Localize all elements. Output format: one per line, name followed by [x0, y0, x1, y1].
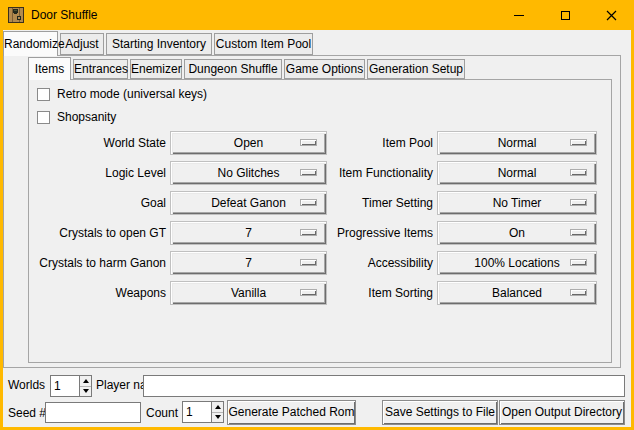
- dropdown-indicator-icon: [570, 289, 587, 296]
- retro-mode-checkbox-box[interactable]: [37, 88, 50, 101]
- seed-label: Seed #: [8, 403, 46, 424]
- count-input[interactable]: [183, 402, 211, 422]
- crystals-gt-value: 7: [245, 226, 252, 240]
- world-state-value: Open: [234, 136, 263, 150]
- logic-level-value: No Glitches: [217, 166, 279, 180]
- dropdown-indicator-icon: [570, 229, 587, 236]
- worlds-label: Worlds: [8, 375, 45, 396]
- dropdown-indicator-icon: [570, 199, 587, 206]
- world-state-label: World State: [36, 131, 166, 155]
- count-spinner-arrows[interactable]: [211, 402, 223, 422]
- tab-items[interactable]: Items: [28, 57, 71, 80]
- tab-generation-setup[interactable]: Generation Setup: [367, 59, 465, 79]
- tab-entrances[interactable]: Entrances: [73, 59, 128, 79]
- open-output-directory-button[interactable]: Open Output Directory: [499, 400, 625, 425]
- count-label: Count: [146, 403, 178, 424]
- dropdown-indicator-icon: [570, 169, 587, 176]
- dropdown-indicator-icon: [300, 169, 317, 176]
- spin-down-icon[interactable]: [212, 413, 223, 423]
- seed-input[interactable]: [45, 402, 141, 423]
- tab-dungeon-shuffle[interactable]: Dungeon Shuffle: [184, 59, 282, 79]
- dropdown-indicator-icon: [570, 139, 587, 146]
- progressive-items-dropdown[interactable]: On: [437, 221, 597, 245]
- save-settings-button[interactable]: Save Settings to File: [382, 400, 498, 425]
- player-names-input[interactable]: [143, 375, 625, 397]
- tab-starting-inventory[interactable]: Starting Inventory: [106, 33, 212, 55]
- tab-adjust[interactable]: Adjust: [60, 33, 104, 55]
- weapons-dropdown[interactable]: Vanilla: [170, 281, 327, 305]
- close-icon: [606, 10, 617, 21]
- item-pool-label: Item Pool: [320, 131, 433, 155]
- worlds-spinner[interactable]: [50, 375, 92, 397]
- dropdown-indicator-icon: [300, 139, 317, 146]
- tab-custom-item-pool[interactable]: Custom Item Pool: [214, 33, 313, 55]
- maximize-button[interactable]: [542, 0, 588, 30]
- retro-mode-checkbox[interactable]: Retro mode (universal keys): [37, 87, 207, 101]
- item-functionality-dropdown[interactable]: Normal: [437, 161, 597, 185]
- generate-patched-rom-button[interactable]: Generate Patched Rom: [227, 400, 356, 425]
- item-pool-dropdown[interactable]: Normal: [437, 131, 597, 155]
- tab-randomize[interactable]: Randomize: [3, 31, 58, 56]
- minimize-button[interactable]: [496, 0, 542, 30]
- count-spinner[interactable]: [182, 401, 224, 423]
- crystals-ganon-dropdown[interactable]: 7: [170, 251, 327, 275]
- window-title: Door Shuffle: [31, 0, 98, 30]
- titlebar[interactable]: Door Shuffle: [0, 0, 634, 30]
- maximize-icon: [561, 11, 570, 20]
- spin-up-icon[interactable]: [212, 402, 223, 413]
- item-sorting-dropdown[interactable]: Balanced: [437, 281, 597, 305]
- dropdown-indicator-icon: [300, 229, 317, 236]
- worlds-spinner-arrows[interactable]: [79, 376, 91, 396]
- tab-game-options[interactable]: Game Options: [284, 59, 365, 79]
- minimize-icon: [514, 15, 524, 16]
- item-sorting-value: Balanced: [492, 286, 542, 300]
- tab-enemizer[interactable]: Enemizer: [130, 59, 182, 79]
- dropdown-indicator-icon: [300, 199, 317, 206]
- dropdown-indicator-icon: [570, 259, 587, 266]
- crystals-gt-dropdown[interactable]: 7: [170, 221, 327, 245]
- logic-level-label: Logic Level: [36, 161, 166, 185]
- worlds-input[interactable]: [51, 376, 79, 396]
- shopsanity-checkbox[interactable]: Shopsanity: [37, 110, 116, 124]
- timer-setting-dropdown[interactable]: No Timer: [437, 191, 597, 215]
- crystals-gt-label: Crystals to open GT: [36, 221, 166, 245]
- accessibility-label: Accessibility: [320, 251, 433, 275]
- accessibility-dropdown[interactable]: 100% Locations: [437, 251, 597, 275]
- spin-up-icon[interactable]: [80, 376, 91, 387]
- item-functionality-value: Normal: [498, 166, 537, 180]
- spin-down-icon[interactable]: [80, 387, 91, 397]
- shopsanity-label: Shopsanity: [57, 110, 116, 124]
- goal-dropdown[interactable]: Defeat Ganon: [170, 191, 327, 215]
- accessibility-value: 100% Locations: [474, 256, 559, 270]
- close-button[interactable]: [588, 0, 634, 30]
- weapons-value: Vanilla: [231, 286, 266, 300]
- logic-level-dropdown[interactable]: No Glitches: [170, 161, 327, 185]
- goal-label: Goal: [36, 191, 166, 215]
- timer-setting-label: Timer Setting: [320, 191, 433, 215]
- item-pool-value: Normal: [498, 136, 537, 150]
- door-icon: [8, 7, 24, 23]
- crystals-ganon-label: Crystals to harm Ganon: [36, 251, 166, 275]
- progressive-items-label: Progressive Items: [320, 221, 433, 245]
- item-functionality-label: Item Functionality: [320, 161, 433, 185]
- crystals-ganon-value: 7: [245, 256, 252, 270]
- dropdown-indicator-icon: [300, 289, 317, 296]
- retro-mode-label: Retro mode (universal keys): [57, 87, 207, 101]
- weapons-label: Weapons: [36, 281, 166, 305]
- progressive-items-value: On: [509, 226, 525, 240]
- dropdown-indicator-icon: [300, 259, 317, 266]
- item-sorting-label: Item Sorting: [320, 281, 433, 305]
- world-state-dropdown[interactable]: Open: [170, 131, 327, 155]
- timer-setting-value: No Timer: [493, 196, 542, 210]
- goal-value: Defeat Ganon: [211, 196, 286, 210]
- shopsanity-checkbox-box[interactable]: [37, 111, 50, 124]
- app-window: Door Shuffle Randomize Adjust Starting I…: [0, 0, 634, 430]
